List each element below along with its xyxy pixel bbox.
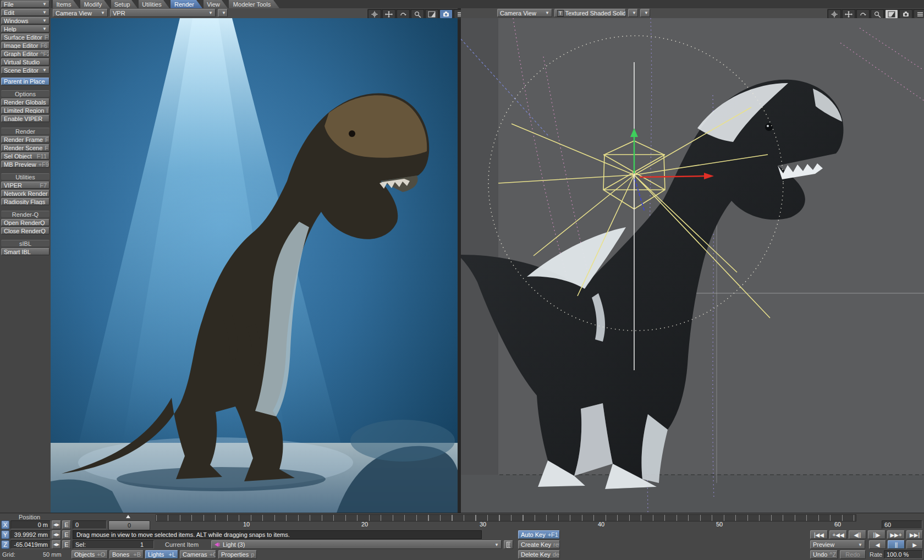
- chevron-down-icon: ▼: [40, 2, 47, 7]
- parent-in-place-button[interactable]: Parent in Place: [1, 78, 50, 85]
- chevron-down-icon: ▼: [40, 10, 47, 15]
- maximize-viewport-icon[interactable]: [885, 9, 898, 19]
- left-viewport-options-dropdown[interactable]: ▼: [218, 9, 228, 17]
- close-renderq-button[interactable]: Close RenderQ: [1, 227, 50, 234]
- sidebar-item-image-editor[interactable]: Image EditorF6: [1, 42, 50, 49]
- render-scene-button[interactable]: Render SceneF10: [1, 144, 50, 151]
- z-envelope-button[interactable]: E: [62, 540, 71, 549]
- z-spinner[interactable]: ◀▶: [52, 540, 61, 549]
- go-to-end-button[interactable]: ▶▶|: [906, 530, 923, 539]
- timeline-tick-label: 50: [716, 521, 723, 528]
- sidebar-item-scene-editor[interactable]: Scene Editor▼: [1, 67, 50, 74]
- menu-edit[interactable]: Edit▼: [1, 9, 50, 16]
- center-item-icon[interactable]: [828, 9, 841, 19]
- play-forward-button[interactable]: ▶: [906, 540, 923, 549]
- properties-button[interactable]: Propertiesp: [218, 550, 257, 559]
- right-viewport-options-dropdown[interactable]: ▼: [640, 9, 650, 17]
- lightwave-layout-window: Items Modify Setup Utilities Render View…: [0, 0, 924, 560]
- radiosity-flags-button[interactable]: Radiosity Flags: [1, 198, 50, 205]
- x-spinner[interactable]: ◀▶: [52, 520, 61, 529]
- open-renderq-button[interactable]: Open RenderQ: [1, 219, 50, 226]
- menu-file[interactable]: File▼: [1, 1, 50, 8]
- selection-count-field[interactable]: Sel:1: [73, 540, 154, 549]
- auto-key-button[interactable]: Auto Key+F1: [518, 530, 560, 539]
- render-frame-button[interactable]: Render FrameF9: [1, 136, 50, 143]
- group-header-sibl: sIBL: [1, 240, 50, 246]
- smart-ibl-button[interactable]: Smart IBL: [1, 248, 50, 255]
- position-z-field[interactable]: -65.0419mm: [10, 540, 51, 549]
- current-frame-field[interactable]: 0: [73, 520, 107, 529]
- right-viewport-canvas[interactable]: [461, 18, 924, 513]
- chevron-down-icon: ▼: [98, 10, 105, 15]
- render-globals-button[interactable]: Render Globals: [1, 98, 50, 106]
- menu-windows[interactable]: Windows▼: [1, 17, 50, 24]
- undo-button[interactable]: Undo^Z: [810, 550, 838, 559]
- pause-button[interactable]: ||: [888, 540, 905, 549]
- zoom-icon[interactable]: [411, 9, 424, 19]
- position-label: Position: [19, 514, 40, 520]
- step-forward-button[interactable]: ||▶: [868, 530, 886, 539]
- chevron-down-icon: ▼: [543, 10, 549, 15]
- position-x-field[interactable]: 0 m: [10, 520, 51, 529]
- select-lights-button[interactable]: Lights+L: [145, 550, 178, 559]
- axis-y-badge[interactable]: Y: [1, 530, 9, 539]
- left-viewport-canvas[interactable]: [51, 18, 458, 513]
- sel-object-button[interactable]: Sel ObjectF11: [1, 152, 50, 160]
- menu-help[interactable]: Help▼: [1, 25, 50, 32]
- chevron-down-icon: ▼: [630, 10, 636, 15]
- left-view-type-dropdown[interactable]: Camera View▼: [53, 9, 108, 17]
- texture-mode-icon: T: [557, 10, 564, 17]
- end-frame-field[interactable]: 60: [882, 520, 922, 529]
- create-key-button[interactable]: Create Keyret: [518, 540, 560, 549]
- opengl-scene: [461, 18, 924, 513]
- camera-icon[interactable]: [439, 9, 453, 19]
- step-back-button[interactable]: ◀||: [849, 530, 866, 539]
- prev-key-button[interactable]: +◀◀: [829, 530, 847, 539]
- right-render-mode-dropdown[interactable]: TTextured Shaded Solid: [554, 9, 626, 17]
- mb-preview-button[interactable]: MB Preview+F9: [1, 161, 50, 168]
- pan-icon[interactable]: [382, 9, 395, 19]
- center-item-icon[interactable]: [368, 9, 381, 19]
- viper-button[interactable]: VIPERF7: [1, 182, 50, 189]
- pan-icon[interactable]: [842, 9, 855, 19]
- select-objects-button[interactable]: Objects+O: [72, 550, 108, 559]
- timeline-ruler[interactable]: [156, 514, 856, 521]
- maximize-viewport-icon[interactable]: [425, 9, 438, 19]
- y-envelope-button[interactable]: E: [62, 530, 71, 539]
- current-item-dropdown[interactable]: Light (3) ▼: [211, 540, 502, 549]
- left-render-mode-dropdown[interactable]: VPR▼: [110, 9, 216, 17]
- play-reverse-button[interactable]: ◀: [869, 540, 886, 549]
- sidebar-item-surface-editor[interactable]: Surface EditorF5: [1, 34, 50, 41]
- enable-viper-button[interactable]: Enable VIPER: [1, 115, 50, 122]
- x-envelope-button[interactable]: E: [62, 520, 71, 529]
- preview-dropdown[interactable]: Preview▼: [810, 540, 865, 549]
- redo-button[interactable]: Redo: [840, 550, 866, 559]
- rotate-icon[interactable]: [856, 9, 870, 19]
- zoom-icon[interactable]: [871, 9, 884, 19]
- rate-field[interactable]: 100.0 %: [884, 550, 923, 559]
- camera-icon[interactable]: [899, 9, 912, 19]
- next-key-button[interactable]: ▶▶+: [887, 530, 905, 539]
- chevron-down-icon: ▼: [642, 10, 648, 15]
- select-bones-button[interactable]: Bones+B: [109, 550, 144, 559]
- bottom-panel: Position 10 20 30 40 50 60 0 60 X 0 m ◀▶…: [0, 513, 924, 560]
- network-render-button[interactable]: Network Render: [1, 190, 50, 197]
- go-to-start-button[interactable]: |◀◀: [810, 530, 828, 539]
- sidebar-item-graph-editor[interactable]: Graph Editor^F2: [1, 50, 50, 57]
- position-y-field[interactable]: 39.9992 mm: [10, 530, 51, 539]
- frame-slider-knob[interactable]: 0: [108, 520, 150, 530]
- select-cameras-button[interactable]: Cameras+C: [180, 550, 216, 559]
- y-spinner[interactable]: ◀▶: [52, 530, 61, 539]
- right-mode-dropdown-arrow[interactable]: ▼: [628, 9, 638, 17]
- menu-icon[interactable]: [914, 9, 924, 19]
- limited-region-button[interactable]: Limited Regionl: [1, 107, 50, 114]
- tab-modeler-tools[interactable]: Modeler Tools: [229, 0, 279, 8]
- right-view-type-dropdown[interactable]: Camera View▼: [497, 9, 552, 17]
- item-list-icon[interactable]: [504, 540, 513, 549]
- delete-key-button[interactable]: Delete Keydel: [518, 550, 560, 559]
- sidebar-item-virtual-studio[interactable]: Virtual Studio: [1, 58, 50, 65]
- rotate-icon[interactable]: [397, 9, 410, 19]
- chevron-down-icon: ▼: [492, 542, 499, 547]
- axis-z-badge[interactable]: Z: [1, 540, 9, 549]
- axis-x-badge[interactable]: X: [1, 520, 9, 529]
